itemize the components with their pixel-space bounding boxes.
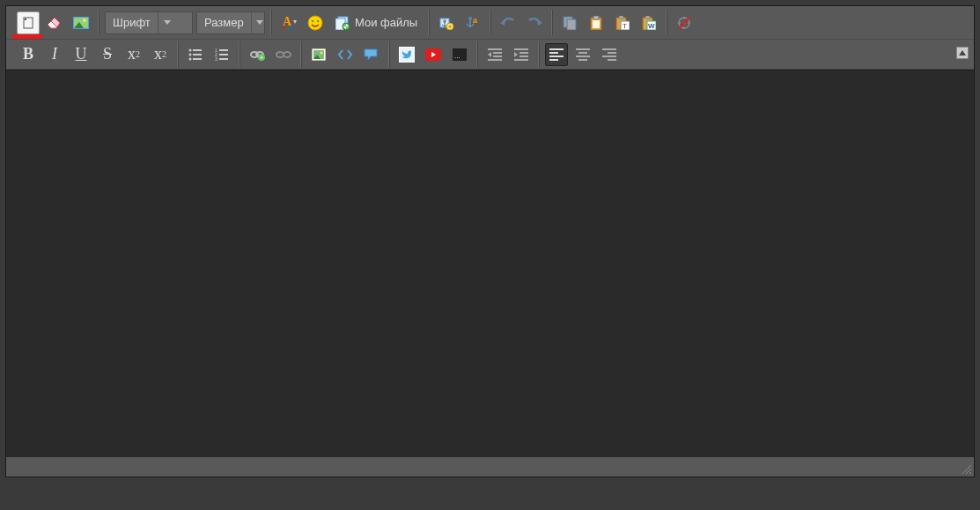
svg-rect-89 — [578, 52, 587, 54]
smiley-button[interactable] — [304, 11, 327, 34]
svg-rect-84 — [549, 48, 564, 50]
my-files-button[interactable]: Мои файлы — [330, 11, 423, 34]
bullet-list-icon — [188, 48, 203, 61]
paste-button[interactable] — [585, 11, 608, 34]
group-embed — [301, 41, 389, 67]
align-right-icon — [602, 48, 616, 61]
bold-label: B — [23, 45, 33, 63]
resize-handle[interactable] — [960, 462, 972, 475]
align-center-icon — [576, 48, 590, 61]
toolbar-row-2: B I U S x2 x2 123 + — [6, 40, 974, 70]
svg-rect-76 — [493, 55, 502, 57]
group-social: ... — [389, 41, 477, 67]
svg-rect-51 — [193, 58, 202, 60]
twitter-icon — [399, 47, 415, 63]
underline-label: U — [76, 45, 87, 63]
wand-icon — [676, 15, 692, 31]
my-files-label: Мои файлы — [355, 16, 417, 29]
remove-anchor-button[interactable]: a — [461, 11, 484, 34]
font-select-label: Шрифт — [113, 16, 151, 29]
ordered-list-button[interactable]: 123 — [210, 43, 233, 66]
paste-word-icon: W — [642, 16, 656, 30]
indent-button[interactable] — [510, 43, 533, 66]
eraser-icon — [47, 17, 63, 29]
link-button[interactable]: + — [246, 43, 269, 66]
anchor-button[interactable]: + — [435, 11, 458, 34]
embed-button[interactable]: ... — [448, 43, 471, 66]
bullet-list-button[interactable] — [184, 43, 207, 66]
svg-line-99 — [969, 472, 971, 474]
svg-rect-47 — [193, 49, 202, 51]
svg-marker-96 — [959, 50, 966, 55]
anchor-icon: + — [438, 16, 454, 30]
editor-content-area[interactable] — [6, 70, 974, 457]
clear-format-button[interactable] — [43, 11, 66, 34]
text-color-button[interactable]: A — [277, 11, 300, 34]
code-button[interactable] — [334, 43, 357, 66]
media-button[interactable] — [70, 11, 92, 34]
youtube-icon — [425, 48, 441, 61]
svg-point-26 — [469, 17, 472, 19]
svg-rect-85 — [549, 52, 558, 54]
toggle-hidden-button[interactable] — [673, 11, 696, 34]
svg-rect-94 — [602, 55, 616, 57]
superscript-button[interactable]: x2 — [149, 43, 172, 66]
font-select[interactable]: Шрифт — [105, 11, 193, 34]
image-button[interactable] — [307, 43, 330, 66]
twitter-button[interactable] — [395, 43, 418, 66]
toolbar-row-1: Шрифт Размер A Мои файлы — [6, 6, 974, 40]
paste-word-button[interactable]: W — [637, 11, 660, 34]
paste-text-button[interactable]: T — [611, 11, 634, 34]
svg-rect-88 — [576, 48, 590, 50]
svg-rect-1 — [25, 18, 26, 20]
svg-point-46 — [189, 48, 192, 51]
group-insert: A Мои файлы — [271, 10, 429, 35]
unlink-button[interactable] — [272, 43, 295, 66]
picture-icon — [73, 17, 89, 29]
image-icon — [312, 48, 326, 61]
quote-button[interactable] — [360, 43, 383, 66]
svg-rect-81 — [519, 55, 528, 57]
svg-point-15 — [308, 16, 322, 30]
subscript-button[interactable]: x2 — [122, 43, 145, 66]
svg-rect-11 — [283, 27, 286, 29]
align-left-button[interactable] — [545, 43, 568, 66]
svg-point-6 — [83, 18, 86, 22]
svg-rect-74 — [488, 48, 502, 50]
svg-text:...: ... — [454, 52, 461, 60]
svg-rect-36 — [619, 16, 623, 18]
group-font: Шрифт Размер — [99, 10, 271, 35]
bold-button[interactable]: B — [17, 43, 40, 66]
align-right-button[interactable] — [598, 43, 621, 66]
strike-label: S — [103, 45, 112, 63]
outdent-button[interactable] — [483, 43, 506, 66]
code-icon — [337, 49, 353, 60]
svg-text:a: a — [473, 16, 478, 25]
youtube-button[interactable] — [422, 43, 445, 66]
size-select[interactable]: Размер — [196, 11, 265, 34]
align-center-button[interactable] — [571, 43, 594, 66]
group-indent — [477, 41, 539, 67]
source-button[interactable] — [17, 11, 40, 34]
svg-marker-14 — [293, 20, 297, 24]
embed-icon: ... — [452, 48, 468, 62]
underline-button[interactable]: U — [70, 43, 92, 66]
strike-button[interactable]: S — [96, 43, 119, 66]
svg-point-17 — [317, 19, 320, 22]
svg-point-48 — [189, 53, 192, 55]
svg-marker-78 — [488, 52, 491, 57]
svg-rect-91 — [578, 59, 587, 61]
align-left-icon — [549, 48, 564, 61]
svg-rect-12 — [286, 27, 290, 29]
copy-button[interactable] — [558, 11, 581, 34]
paste-icon — [590, 16, 602, 30]
group-link: + a — [429, 10, 490, 35]
undo-button[interactable] — [497, 11, 519, 34]
svg-point-16 — [312, 19, 314, 22]
svg-rect-87 — [549, 59, 558, 61]
redo-button[interactable] — [523, 11, 546, 34]
collapse-toolbar-button[interactable] — [956, 47, 969, 59]
copy-icon — [563, 16, 577, 30]
italic-button[interactable]: I — [43, 43, 66, 66]
sub-base: x — [128, 45, 136, 63]
